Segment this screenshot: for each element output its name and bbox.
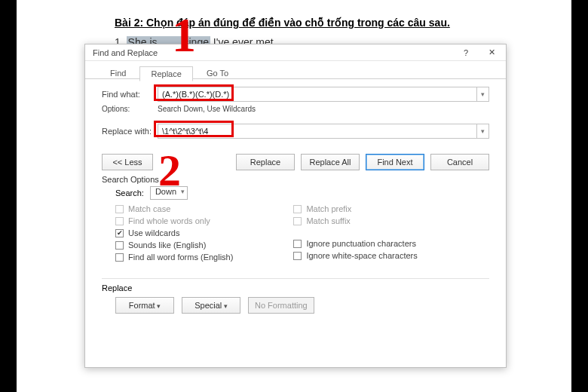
find-next-button[interactable]: Find Next xyxy=(366,154,424,170)
close-button[interactable]: ✕ xyxy=(482,47,501,57)
checkbox-icon xyxy=(115,205,124,213)
highlight-box-replace xyxy=(154,121,234,137)
tab-goto[interactable]: Go To xyxy=(195,66,240,81)
dialog-title: Find and Replace xyxy=(93,48,158,57)
special-button[interactable]: Special xyxy=(182,297,240,314)
checkbox-icon xyxy=(115,241,124,250)
use-wildcards-checkbox[interactable]: ✔ Use wildcards xyxy=(115,228,233,237)
checkbox-icon xyxy=(293,217,302,225)
exercise-title: Bài 2: Chọn đáp án đúng để điền vào chỗ … xyxy=(115,17,450,29)
sounds-like-checkbox[interactable]: Sounds like (English) xyxy=(115,240,233,250)
options-label: Options: xyxy=(102,105,158,113)
format-button[interactable]: Format xyxy=(115,297,174,314)
help-button[interactable]: ? xyxy=(456,48,476,57)
search-options-grid: Match case Find whole words only ✔ Use w… xyxy=(85,203,506,269)
replace-section-label: Replace xyxy=(102,283,132,292)
match-suffix-checkbox: Match suffix xyxy=(293,216,417,225)
match-case-checkbox: Match case xyxy=(115,204,233,213)
checkbox-icon xyxy=(115,253,124,262)
cancel-button[interactable]: Cancel xyxy=(430,154,489,170)
dialog-titlebar: Find and Replace ? ✕ xyxy=(85,44,506,61)
ignore-whitespace-checkbox[interactable]: Ignore white-space characters xyxy=(293,251,417,260)
find-what-label: Find what: xyxy=(102,90,158,99)
action-buttons: << Less Replace Replace All Find Next Ca… xyxy=(85,146,506,172)
annotation-2: 2 xyxy=(158,145,181,197)
highlight-box-find xyxy=(154,84,234,101)
options-value: Search Down, Use Wildcards xyxy=(158,105,256,113)
all-word-forms-checkbox[interactable]: Find all word forms (English) xyxy=(115,253,233,262)
search-options-title: Search Options xyxy=(85,172,506,185)
search-direction-label: Search: xyxy=(115,188,144,198)
checkbox-icon xyxy=(293,252,302,260)
checkbox-icon: ✔ xyxy=(115,229,124,237)
less-button[interactable]: << Less xyxy=(102,154,153,170)
checkbox-icon xyxy=(293,240,302,248)
checkbox-icon xyxy=(115,217,124,225)
find-replace-dialog: Find and Replace ? ✕ Find Replace Go To … xyxy=(84,44,507,368)
replace-all-button[interactable]: Replace All xyxy=(301,154,360,170)
match-prefix-checkbox: Match prefix xyxy=(293,204,417,213)
no-formatting-button: No Formatting xyxy=(248,297,314,314)
whole-words-checkbox: Find whole words only xyxy=(115,216,233,225)
replace-dropdown-icon[interactable]: ▾ xyxy=(477,124,489,139)
replace-button[interactable]: Replace xyxy=(236,154,295,170)
ignore-punct-checkbox[interactable]: Ignore punctuation characters xyxy=(293,239,417,248)
checkbox-icon xyxy=(293,205,302,213)
tab-replace[interactable]: Replace xyxy=(139,66,192,81)
replace-with-label: Replace with: xyxy=(102,127,158,136)
annotation-1: 1 xyxy=(172,8,196,63)
find-dropdown-icon[interactable]: ▾ xyxy=(477,87,489,102)
tab-find[interactable]: Find xyxy=(99,66,137,81)
tab-strip: Find Replace Go To xyxy=(85,61,506,79)
